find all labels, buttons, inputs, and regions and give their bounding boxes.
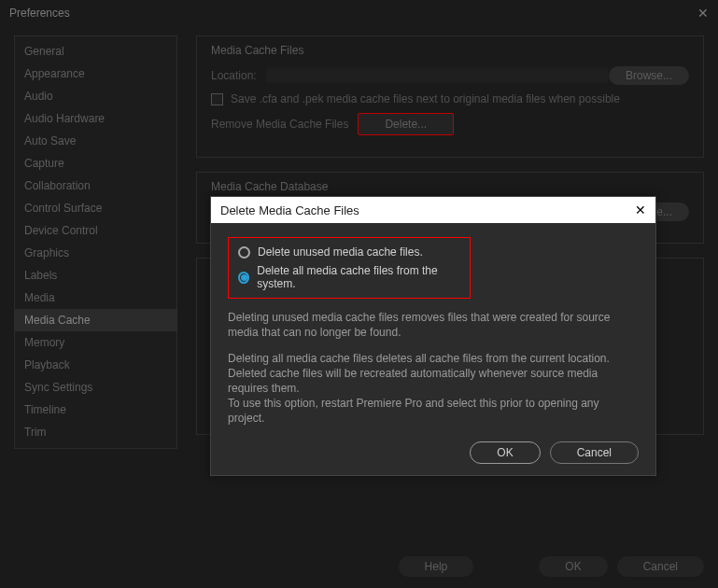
sidebar-item-audio-hardware[interactable]: Audio Hardware	[15, 107, 176, 130]
ok-button[interactable]: OK	[539, 556, 607, 577]
group-title: Media Cache Files	[211, 44, 689, 57]
modal-cancel-button[interactable]: Cancel	[550, 441, 639, 464]
sidebar-item-graphics[interactable]: Graphics	[15, 242, 176, 264]
preferences-sidebar: GeneralAppearanceAudioAudio HardwareAuto…	[14, 35, 177, 449]
sidebar-item-sync-settings[interactable]: Sync Settings	[15, 376, 176, 399]
sidebar-item-media-cache[interactable]: Media Cache	[15, 309, 176, 331]
location-label: Location:	[211, 69, 257, 82]
browse-button[interactable]: Browse...	[609, 66, 689, 85]
delete-unused-radio[interactable]	[238, 246, 250, 259]
sidebar-item-trim[interactable]: Trim	[15, 421, 176, 443]
save-next-to-media-checkbox[interactable]	[211, 93, 223, 105]
delete-all-radio[interactable]	[238, 272, 249, 284]
sidebar-item-audio[interactable]: Audio	[15, 85, 176, 107]
group-title: Media Cache Database	[211, 180, 689, 193]
description-all: Deleting all media cache files deletes a…	[228, 351, 639, 426]
media-cache-files-group: Media Cache Files Location: Browse... Sa…	[196, 35, 704, 158]
modal-title: Delete Media Cache Files	[220, 203, 359, 217]
remove-label: Remove Media Cache Files	[211, 118, 348, 131]
sidebar-item-memory[interactable]: Memory	[15, 331, 176, 354]
sidebar-item-general[interactable]: General	[15, 40, 176, 63]
cancel-button[interactable]: Cancel	[617, 556, 704, 577]
sidebar-item-auto-save[interactable]: Auto Save	[15, 130, 176, 152]
sidebar-item-control-surface[interactable]: Control Surface	[15, 197, 176, 219]
delete-media-cache-modal: Delete Media Cache Files ✕ Delete unused…	[210, 196, 656, 476]
delete-options-group: Delete unused media cache files. Delete …	[228, 237, 471, 299]
window-close-icon[interactable]: ✕	[697, 6, 709, 21]
sidebar-item-playback[interactable]: Playback	[15, 354, 176, 376]
sidebar-item-appearance[interactable]: Appearance	[15, 63, 176, 85]
checkbox-label: Save .cfa and .pek media cache files nex…	[231, 92, 620, 105]
sidebar-item-timeline[interactable]: Timeline	[15, 399, 176, 421]
delete-button[interactable]: Delete...	[358, 113, 454, 135]
sidebar-item-capture[interactable]: Capture	[15, 152, 176, 175]
sidebar-item-labels[interactable]: Labels	[15, 264, 176, 287]
sidebar-item-device-control[interactable]: Device Control	[15, 219, 176, 242]
window-title: Preferences	[9, 7, 70, 20]
location-path	[266, 68, 609, 83]
sidebar-item-collaboration[interactable]: Collaboration	[15, 175, 176, 197]
help-button[interactable]: Help	[399, 556, 474, 577]
modal-close-icon[interactable]: ✕	[635, 203, 646, 217]
delete-unused-label: Delete unused media cache files.	[258, 245, 423, 259]
modal-ok-button[interactable]: OK	[470, 441, 540, 464]
description-unused: Deleting unused media cache files remove…	[228, 310, 639, 340]
sidebar-item-media[interactable]: Media	[15, 287, 176, 309]
delete-all-label: Delete all media cache files from the sy…	[257, 264, 460, 290]
